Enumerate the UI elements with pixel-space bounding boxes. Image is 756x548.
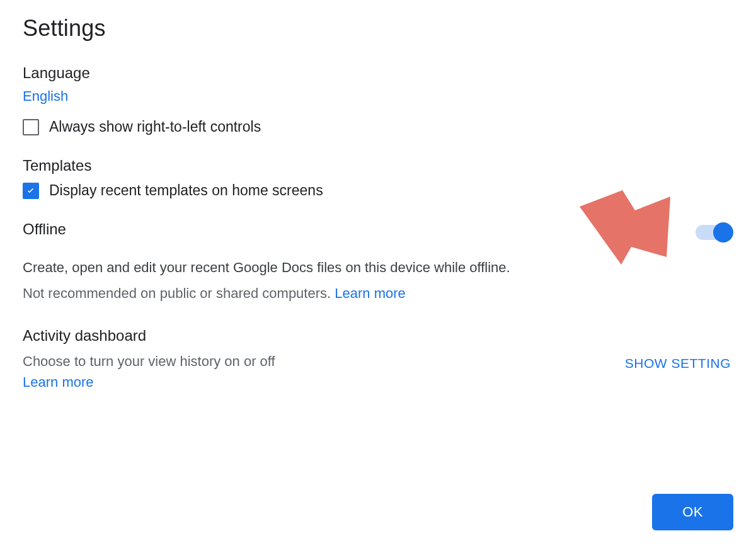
activity-section: Activity dashboard Choose to turn your v…	[23, 327, 733, 391]
templates-checkbox-row: Display recent templates on home screens	[23, 182, 733, 199]
offline-learn-more-link[interactable]: Learn more	[335, 285, 406, 301]
activity-description: Choose to turn your view history on or o…	[23, 351, 275, 372]
page-title: Settings	[23, 15, 733, 42]
display-recent-templates-checkbox[interactable]	[23, 183, 39, 199]
rtl-checkbox-label: Always show right-to-left controls	[49, 118, 261, 135]
language-heading: Language	[23, 64, 733, 82]
offline-caution-text: Not recommended on public or shared comp…	[23, 285, 335, 301]
show-setting-button[interactable]: SHOW SETTING	[622, 351, 733, 376]
offline-toggle[interactable]	[696, 225, 731, 240]
rtl-checkbox-row: Always show right-to-left controls	[23, 118, 733, 135]
offline-heading: Offline	[23, 220, 66, 238]
offline-description: Create, open and edit your recent Google…	[23, 257, 733, 278]
rtl-checkbox[interactable]	[23, 119, 39, 135]
templates-section: Templates Display recent templates on ho…	[23, 157, 733, 199]
check-icon	[25, 185, 37, 197]
toggle-knob	[713, 222, 733, 243]
offline-section: Offline Create, open and edit your recen…	[23, 220, 733, 302]
activity-learn-more-link[interactable]: Learn more	[23, 374, 94, 391]
activity-heading: Activity dashboard	[23, 327, 733, 345]
templates-heading: Templates	[23, 157, 733, 174]
ok-button[interactable]: OK	[652, 494, 733, 530]
language-link[interactable]: English	[23, 88, 68, 105]
language-section: Language English Always show right-to-le…	[23, 64, 733, 135]
display-recent-templates-label: Display recent templates on home screens	[49, 182, 323, 199]
offline-caution: Not recommended on public or shared comp…	[23, 285, 733, 302]
